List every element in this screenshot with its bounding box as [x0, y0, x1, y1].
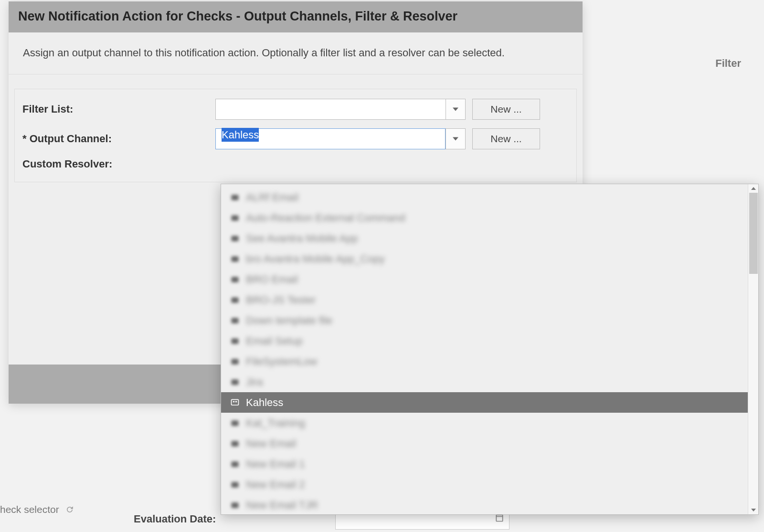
svg-rect-1 — [232, 215, 239, 221]
refresh-icon[interactable] — [65, 505, 74, 514]
custom-resolver-row: Custom Resolver: — [21, 158, 570, 170]
channel-icon — [230, 213, 240, 223]
dropdown-item-label: bro Avantra Mobile App_Copy — [246, 253, 385, 265]
filter-list-row: Filter List: New ... — [21, 99, 570, 120]
dropdown-item[interactable]: New Email — [221, 433, 748, 454]
dropdown-item[interactable]: Email Setup — [221, 331, 748, 351]
dropdown-item-label: See Avantra Mobile App — [246, 232, 358, 245]
channel-icon — [230, 377, 240, 387]
channel-icon — [230, 438, 240, 449]
svg-rect-10 — [232, 399, 239, 405]
dropdown-item-label: New Email 2 — [246, 479, 305, 491]
output-channel-input[interactable]: Kahless — [215, 128, 446, 149]
dropdown-item[interactable]: FileSystemLow — [221, 351, 748, 372]
svg-rect-11 — [233, 401, 234, 402]
output-channel-combo[interactable]: Kahless — [215, 128, 466, 149]
dropdown-item-label: Kat_Training — [246, 417, 305, 429]
dropdown-item-label: New Email — [246, 438, 296, 450]
output-channel-dropdown: ALRf EmailAuto-Reaction External Command… — [221, 184, 759, 515]
channel-icon — [230, 295, 240, 305]
output-channel-dropdown-arrow[interactable] — [446, 128, 466, 149]
dropdown-item[interactable]: BRO Email — [221, 269, 748, 290]
svg-rect-16 — [232, 482, 239, 488]
output-channel-label: * Output Channel: — [21, 133, 215, 145]
svg-rect-8 — [232, 359, 239, 365]
channel-icon — [230, 315, 240, 326]
svg-rect-15 — [232, 461, 239, 467]
check-selector-label: heck selector — [0, 504, 59, 515]
evaluation-date-label: Evaluation Date: — [134, 513, 216, 525]
dropdown-item-label: Jira — [246, 376, 263, 388]
check-selector-row: heck selector — [0, 504, 74, 515]
dropdown-item[interactable]: See Avantra Mobile App — [221, 228, 748, 249]
form-panel: Filter List: New ... * Output Channel: K… — [14, 89, 577, 182]
dropdown-item[interactable]: Down template file — [221, 310, 748, 331]
channel-icon — [230, 274, 240, 285]
dropdown-item[interactable]: Auto-Reaction External Command — [221, 208, 748, 228]
channel-icon — [230, 336, 240, 346]
dropdown-item-label: FileSystemLow — [246, 355, 317, 368]
dropdown-item[interactable]: New Email TJR — [221, 495, 748, 514]
svg-rect-4 — [232, 277, 239, 282]
channel-icon — [230, 397, 240, 408]
output-channel-new-button[interactable]: New ... — [472, 128, 540, 149]
svg-rect-5 — [232, 297, 239, 303]
svg-rect-3 — [232, 256, 239, 262]
filter-list-label: Filter List: — [21, 103, 215, 115]
svg-rect-17 — [232, 502, 239, 508]
channel-icon — [230, 418, 240, 428]
filter-list-new-button[interactable]: New ... — [472, 99, 540, 120]
output-channel-row: * Output Channel: Kahless New ... — [21, 128, 570, 149]
svg-rect-6 — [232, 318, 239, 323]
dialog-title: New Notification Action for Checks - Out… — [9, 1, 583, 32]
channel-icon — [230, 356, 240, 367]
filter-list-dropdown-arrow[interactable] — [446, 99, 466, 120]
dropdown-item[interactable]: bro Avantra Mobile App_Copy — [221, 249, 748, 269]
channel-icon — [230, 480, 240, 490]
svg-rect-13 — [232, 420, 239, 426]
dropdown-item-label: Down template file — [246, 314, 332, 327]
custom-resolver-label: Custom Resolver: — [21, 158, 215, 170]
svg-rect-2 — [232, 236, 239, 241]
svg-rect-12 — [235, 401, 237, 402]
dropdown-item[interactable]: Kat_Training — [221, 413, 748, 433]
dropdown-item-label: New Email 1 — [246, 458, 305, 470]
dropdown-item[interactable]: BRO-JS Tester — [221, 290, 748, 310]
dropdown-item-label: Auto-Reaction External Command — [246, 212, 405, 224]
dropdown-scrollbar[interactable] — [748, 184, 758, 514]
svg-rect-9 — [232, 379, 239, 385]
dropdown-item-label: BRO Email — [246, 273, 298, 286]
svg-rect-0 — [232, 195, 239, 200]
scroll-up-arrow[interactable] — [748, 184, 758, 193]
dropdown-item-label: Email Setup — [246, 335, 303, 347]
scroll-thumb[interactable] — [749, 193, 758, 274]
scroll-down-arrow[interactable] — [748, 506, 758, 514]
dropdown-item[interactable]: ALRf Email — [221, 187, 748, 208]
dropdown-item[interactable]: Jira — [221, 372, 748, 392]
dropdown-item[interactable]: New Email 2 — [221, 474, 748, 495]
svg-rect-14 — [232, 441, 239, 447]
channel-icon — [230, 233, 240, 244]
dropdown-item-label: ALRf Email — [246, 191, 298, 204]
channel-icon — [230, 192, 240, 203]
svg-rect-7 — [232, 338, 239, 344]
channel-icon — [230, 254, 240, 264]
dropdown-item-label: Kahless — [246, 396, 283, 409]
dropdown-list: ALRf EmailAuto-Reaction External Command… — [221, 184, 748, 514]
dropdown-item-selected[interactable]: Kahless — [221, 392, 748, 413]
channel-icon — [230, 459, 240, 469]
filter-list-combo[interactable] — [215, 99, 466, 120]
filter-list-input[interactable] — [215, 99, 446, 120]
dialog-body: Filter List: New ... * Output Channel: K… — [9, 74, 583, 188]
col-filter: Filter — [715, 57, 741, 70]
dialog-description: Assign an output channel to this notific… — [9, 32, 583, 74]
channel-icon — [230, 500, 240, 511]
dropdown-item-label: New Email TJR — [246, 499, 318, 511]
dropdown-item[interactable]: New Email 1 — [221, 454, 748, 474]
dropdown-item-label: BRO-JS Tester — [246, 294, 316, 306]
